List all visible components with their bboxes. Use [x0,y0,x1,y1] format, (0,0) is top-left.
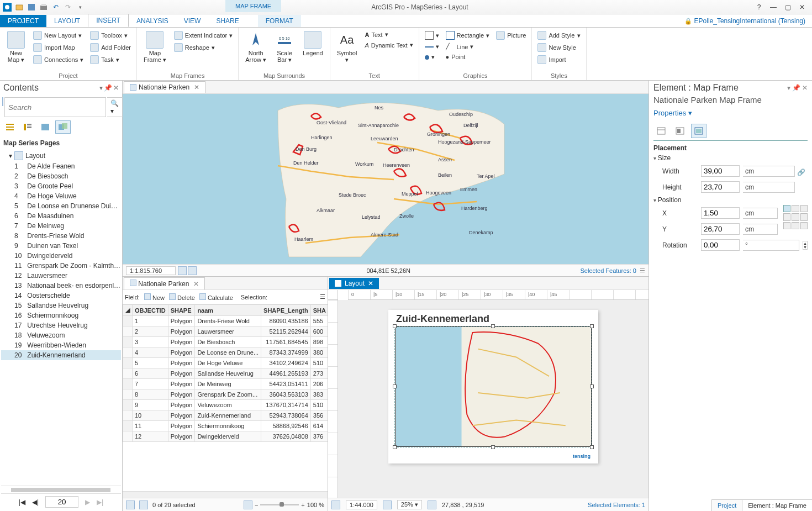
table-tab[interactable]: Nationale Parken ✕ [124,277,205,289]
field-calculate-button[interactable]: Calculate [199,293,233,301]
tab-share[interactable]: SHARE [208,15,246,27]
selected-elements[interactable]: Selected Elements: 1 [588,502,645,508]
table-row[interactable]: 11PolygonSchiermonnikoog58868,92546614 [123,421,328,431]
table-hscroll[interactable] [123,491,328,498]
page-item[interactable]: 19 Weerribben-Wieden [1,340,121,350]
minimize-icon[interactable]: — [769,3,778,11]
tab-format[interactable]: FORMAT [258,15,301,27]
map-frame-button[interactable]: MapFrame ▾ [140,30,170,71]
col-shape[interactable]: SHAPE [168,305,195,316]
layout-tab[interactable]: Layout ✕ [329,278,379,289]
anchor-picker[interactable] [783,205,808,229]
user-label[interactable]: EPolle_TensingInternational (Tensing) [678,15,812,27]
height-input[interactable] [701,181,740,193]
selected-features[interactable]: Selected Features: 0 [580,267,636,274]
reshape-button[interactable]: Reshape ▾ [172,42,235,53]
col-sha[interactable]: SHA [310,305,328,316]
filters-icon[interactable] [244,501,252,509]
zoom-slider[interactable] [260,504,299,505]
map-scale-input[interactable]: 1:1.815.760 [126,266,176,275]
import-map-button[interactable]: Import Map [31,42,86,53]
table-row[interactable]: 6PolygonSallandse Heuvelrug44961,2651932… [123,368,328,379]
page-item[interactable]: 3 De Groote Peel [1,181,121,191]
line-picker[interactable]: ▾ [423,42,441,51]
line-button[interactable]: ╱Line ▾ [444,42,492,51]
table-row[interactable]: 4PolygonDe Loonse en Drune...87343,37499… [123,347,328,358]
text-button[interactable]: AText ▾ [362,30,415,39]
tab-close-icon[interactable]: ✕ [193,280,199,288]
tab-insert[interactable]: INSERT [88,14,129,27]
row-header[interactable]: ◢ [123,305,133,316]
view-selection-icon[interactable] [38,120,53,134]
pane-menu-icon[interactable]: ▾ [787,84,790,92]
mode-2-icon[interactable] [672,124,688,138]
rotation-input[interactable] [701,239,740,251]
page-item[interactable]: 6 De Maasduinen [1,211,121,221]
col-objectid[interactable]: OBJECTID [133,305,168,316]
layout-scale[interactable]: 1:44.000 [346,501,377,509]
table-row[interactable]: 10PolygonZuid-Kennemerland52943,73806435… [123,410,328,421]
field-delete-button[interactable]: Delete [169,293,195,301]
qat-print-icon[interactable] [39,2,49,12]
view-drawing-order-icon[interactable] [2,120,18,134]
table-row[interactable]: 8PolygonGrenspark De Zoom...36043,563103… [123,389,328,400]
page-item[interactable]: 8 Drents-Friese Wold [1,231,121,241]
view-map-series-icon[interactable] [55,120,71,134]
extent-indicator-button[interactable]: Extent Indicator ▾ [172,30,235,41]
map-menu-icon[interactable]: ☰ [640,267,645,274]
y-input[interactable] [701,223,740,235]
page-item[interactable]: 12 Lauwersmeer [1,271,121,281]
symbol-button[interactable]: AaSymbol▾ [334,30,361,71]
show-all-icon[interactable] [126,501,135,509]
contents-menu-icon[interactable]: ▾ [99,84,103,92]
show-selected-icon[interactable] [139,501,148,509]
qat-undo-icon[interactable]: ↶ [51,2,61,12]
last-page-icon[interactable]: ▶| [97,498,103,506]
map-canvas[interactable]: NesOudeschipDelfzijl Oost-VlielandSint-A… [123,94,648,264]
page-item[interactable]: 11 Grenspark De Zoom - Kalmthoutse [1,261,121,271]
table-row[interactable]: 9PolygonVeluwezoom137670,314714510 [123,400,328,410]
page-item[interactable]: 16 Schiermonnikoog [1,310,121,320]
contents-pin-icon[interactable]: 📌 [104,84,112,92]
add-folder-button[interactable]: Add Folder [88,42,133,53]
point-picker[interactable]: ▾ [423,52,441,62]
width-input[interactable] [701,165,740,177]
btm-tab-project[interactable]: Project [711,500,742,511]
lock-aspect-icon[interactable]: 🔗 [795,163,808,182]
search-icon[interactable]: 🔍 ▾ [107,97,123,117]
page-item[interactable]: 14 Oosterschelde [1,291,121,301]
table-row[interactable]: 1PolygonDrents-Friese Wold86090,43518655… [123,316,328,326]
page-item[interactable]: 5 De Loonse en Drunense Duinen [1,201,121,211]
table-menu-icon[interactable]: ☰ [320,293,325,301]
table-row[interactable]: 2PolygonLauwersmeer52115,262944600 [123,326,328,337]
page-item[interactable]: 9 Duinen van Texel [1,241,121,251]
position-section[interactable]: Position [653,195,808,205]
view-by-source-icon[interactable] [20,120,35,134]
field-new-button[interactable]: New [144,293,165,301]
legend-button[interactable]: Legend [299,30,326,71]
map-tool-icon[interactable] [178,266,187,275]
layout-tool-icon[interactable] [331,501,340,509]
rectangle-button[interactable]: Rectangle ▾ [444,30,492,41]
hscrollbar[interactable] [1,486,121,493]
prev-page-icon[interactable]: ◀| [32,498,39,506]
qat-open-icon[interactable] [14,2,24,12]
page-item[interactable]: 4 De Hoge Veluwe [1,191,121,201]
picture-button[interactable]: Picture [494,30,528,41]
mode-1-icon[interactable] [653,124,669,138]
next-page-icon[interactable]: ▶ [85,498,90,506]
pane-pin-icon[interactable]: 📌 [792,84,800,92]
page-item[interactable]: 13 Nationaal beek- en esdorpenlands [1,281,121,291]
tab-view[interactable]: VIEW [176,15,209,27]
task-button[interactable]: Task ▾ [88,54,133,65]
zoom-out-icon[interactable]: − [255,502,258,508]
new-map-button[interactable]: NewMap ▾ [3,30,29,71]
mode-3-icon[interactable] [691,124,706,138]
tab-project[interactable]: PROJECT [0,15,46,27]
connections-button[interactable]: Connections ▾ [31,54,86,65]
help-icon[interactable]: ? [755,3,763,11]
attribute-table[interactable]: ◢ OBJECTID SHAPE naam SHAPE_Length SHA 1… [123,304,328,442]
properties-link[interactable]: Properties ▾ [653,107,808,122]
x-input[interactable] [701,207,740,219]
btm-tab-element[interactable]: Element : Map Frame [742,500,812,511]
